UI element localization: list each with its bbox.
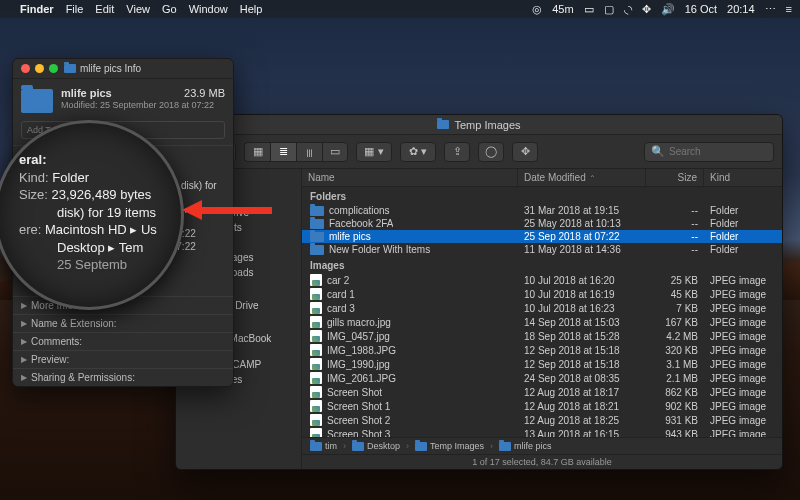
file-row[interactable]: Screen Shot 112 Aug 2018 at 18:21902 KBJ… [302,399,782,413]
file-size: 320 KB [646,345,704,356]
file-name: Screen Shot 1 [327,401,390,412]
section-comments[interactable]: ▶Comments: [13,332,233,350]
path-crumb[interactable]: mlife pics [499,441,552,451]
file-list[interactable]: Folderscomplications31 Mar 2018 at 19:15… [302,187,782,437]
tags-button[interactable]: ◯ [478,142,504,162]
finder-titlebar[interactable]: Temp Images [176,115,782,135]
file-row[interactable]: IMG_0457.jpg18 Sep 2018 at 15:284.2 MBJP… [302,329,782,343]
file-size: 902 KB [646,401,704,412]
image-file-icon [310,344,322,356]
path-crumb[interactable]: Desktop [352,441,400,451]
file-date: 12 Aug 2018 at 18:25 [518,415,646,426]
file-row[interactable]: mlife pics25 Sep 2018 at 07:22--Folder [302,230,782,243]
col-name[interactable]: Name [302,169,518,186]
menu-file[interactable]: File [66,3,84,15]
file-name: Facebook 2FA [329,218,393,229]
file-size: 3.1 MB [646,359,704,370]
path-crumb[interactable]: tim [310,441,337,451]
col-date[interactable]: Date Modified⌃ [518,169,646,186]
finder-title: Temp Images [454,119,520,131]
search-field[interactable]: 🔍 [644,142,774,162]
file-kind: JPEG image [704,289,782,300]
section-preview[interactable]: ▶Preview: [13,350,233,368]
share-button[interactable]: ⇪ [444,142,470,162]
file-date: 25 Sep 2018 at 07:22 [518,231,646,242]
status-volume-icon[interactable]: 🔊 [661,3,675,16]
status-screen-icon[interactable]: ◎ [532,3,542,16]
view-buttons: ▦ ≣ ⫼ ▭ [244,142,348,162]
status-spotlight-icon[interactable]: ⋯ [765,3,776,16]
col-size[interactable]: Size [646,169,704,186]
arrange-button[interactable]: ▦ ▾ [356,142,392,162]
section-sharing[interactable]: ▶Sharing & Permissions: [13,368,233,386]
file-row[interactable]: gills macro.jpg14 Sep 2018 at 15:03167 K… [302,315,782,329]
path-crumb-label: Desktop [367,441,400,451]
file-row[interactable]: IMG_1990.jpg12 Sep 2018 at 15:183.1 MBJP… [302,357,782,371]
file-name: complications [329,205,390,216]
view-columns-button[interactable]: ⫼ [296,142,322,162]
file-kind: Folder [704,244,782,255]
file-kind: JPEG image [704,345,782,356]
folder-icon [310,232,324,242]
close-button[interactable] [21,64,30,73]
group-header: Images [302,256,782,273]
action-button[interactable]: ✿ ▾ [400,142,436,162]
file-kind: JPEG image [704,359,782,370]
file-date: 11 May 2018 at 14:36 [518,244,646,255]
file-name: New Folder With Items [329,244,430,255]
status-time[interactable]: 20:14 [727,3,755,15]
status-date[interactable]: 16 Oct [685,3,717,15]
view-gallery-button[interactable]: ▭ [322,142,348,162]
file-row[interactable]: Screen Shot 313 Aug 2018 at 16:15943 KBJ… [302,427,782,437]
file-row[interactable]: card 110 Jul 2018 at 16:1945 KBJPEG imag… [302,287,782,301]
status-notification-icon[interactable]: ≡ [786,3,792,15]
status-battery-time[interactable]: 45m [552,3,573,15]
file-kind: JPEG image [704,429,782,438]
file-date: 12 Sep 2018 at 15:18 [518,345,646,356]
file-date: 10 Jul 2018 at 16:19 [518,289,646,300]
menu-go[interactable]: Go [162,3,177,15]
image-file-icon [310,372,322,384]
dropbox-button[interactable]: ✥ [512,142,538,162]
minimize-button[interactable] [35,64,44,73]
image-file-icon [310,414,322,426]
search-input[interactable] [669,146,767,157]
menu-view[interactable]: View [126,3,150,15]
file-row[interactable]: card 310 Jul 2018 at 16:237 KBJPEG image [302,301,782,315]
status-wifi-icon[interactable]: ◟◝ [624,3,632,16]
file-kind: JPEG image [704,275,782,286]
annotation-arrow-icon [182,200,272,220]
section-name-ext[interactable]: ▶Name & Extension: [13,314,233,332]
file-row[interactable]: Screen Shot12 Aug 2018 at 18:17862 KBJPE… [302,385,782,399]
file-date: 10 Jul 2018 at 16:23 [518,303,646,314]
file-row[interactable]: complications31 Mar 2018 at 19:15--Folde… [302,204,782,217]
col-kind[interactable]: Kind [704,169,782,186]
file-row[interactable]: IMG_2061.JPG24 Sep 2018 at 08:352.1 MBJP… [302,371,782,385]
menu-edit[interactable]: Edit [95,3,114,15]
file-kind: JPEG image [704,317,782,328]
file-row[interactable]: New Folder With Items11 May 2018 at 14:3… [302,243,782,256]
file-name: card 3 [327,303,355,314]
file-kind: JPEG image [704,387,782,398]
app-menu[interactable]: Finder [20,3,54,15]
path-crumb[interactable]: Temp Images [415,441,484,451]
file-date: 24 Sep 2018 at 08:35 [518,373,646,384]
menu-window[interactable]: Window [189,3,228,15]
status-display-icon[interactable]: ▢ [604,3,614,16]
file-name: IMG_1990.jpg [327,359,390,370]
status-dropbox-icon[interactable]: ✥ [642,3,651,16]
menu-help[interactable]: Help [240,3,263,15]
image-file-icon [310,386,322,398]
zoom-button[interactable] [49,64,58,73]
view-icons-button[interactable]: ▦ [244,142,270,162]
status-battery-icon[interactable]: ▭ [584,3,594,16]
info-titlebar[interactable]: mlife pics Info [13,59,233,79]
file-name: IMG_2061.JPG [327,373,396,384]
file-row[interactable]: Screen Shot 212 Aug 2018 at 18:25931 KBJ… [302,413,782,427]
file-row[interactable]: IMG_1988.JPG12 Sep 2018 at 15:18320 KBJP… [302,343,782,357]
file-row[interactable]: Facebook 2FA25 May 2018 at 10:13--Folder [302,217,782,230]
file-kind: JPEG image [704,415,782,426]
view-list-button[interactable]: ≣ [270,142,296,162]
file-size: -- [646,231,704,242]
file-row[interactable]: car 210 Jul 2018 at 16:2025 KBJPEG image [302,273,782,287]
